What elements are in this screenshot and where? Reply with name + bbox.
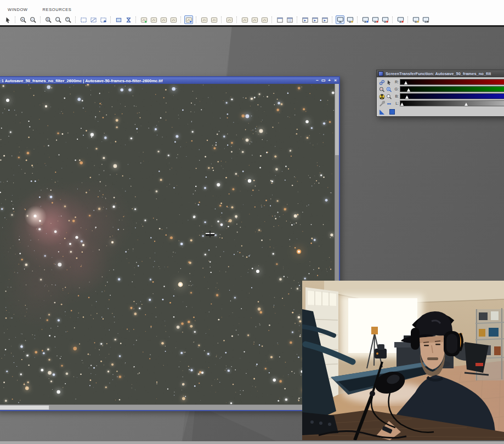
toolbar-separator [357,16,358,23]
stf-channel-label: R: [394,80,399,84]
toolbar-stf-next-button[interactable] [209,15,218,24]
webcam-scene [302,281,504,440]
horizontal-scrollbar[interactable] [0,405,339,410]
toolbar-readout-mode-button[interactable] [114,15,123,24]
toolbar-separator [271,16,273,23]
stf-midtone-handle[interactable] [400,103,404,106]
image-window-shade-button[interactable]: ▭ [321,78,325,83]
toolbar-screen-palette-button[interactable] [346,15,354,24]
toolbar-new-preview-button[interactable] [79,15,88,24]
toolbar-separator [236,16,237,23]
toolbar-zoom-optimal-button[interactable]: * [64,15,72,24]
stf-channel-label: B: [394,94,399,98]
toolbar-screen-record-button[interactable] [396,15,405,24]
starfield-image[interactable] [0,84,335,405]
stf-body: R:G:B:L: [377,77,504,116]
status-strip [0,441,504,444]
vertical-scrollbar-thumb[interactable] [335,84,339,155]
toolbar-divider [0,25,504,27]
toolbar-edit-preview-button[interactable] [89,15,98,24]
toolbar-screen-send-down-button[interactable] [361,15,370,24]
stf-midtone-handle[interactable] [404,81,407,84]
toolbar-screen-settings-button[interactable] [421,15,430,24]
toolbar-stf-previous-button[interactable] [200,15,208,24]
stf-midtone-handle[interactable] [407,88,410,92]
stf-channel-label: G: [394,87,399,91]
image-window-title: 1:1 Autosave_50_frames_no_filter_2600mc … [0,78,315,83]
menu-window[interactable]: WINDOW [8,7,28,12]
toolbar-separator [40,16,41,23]
toolbar-zoom-in-button[interactable]: + [19,15,27,24]
toolbar-center-image-button[interactable] [124,15,133,24]
stf-window-icon [378,71,383,76]
stf-edit-mode-pointer-button[interactable] [386,79,392,86]
toolbar-zoom-1-1-button[interactable]: 1 [44,15,53,24]
toolbar-zoom-to-fit-button[interactable] [54,15,63,24]
stf-channel-label: L: [394,101,399,105]
toolbar-stf-reset-button[interactable] [225,15,234,24]
toolbar-screen-default-button[interactable] [336,15,344,24]
toolbar-separator [180,16,182,23]
image-window: 1:1 Autosave_50_frames_no_filter_2600mc … [0,76,340,411]
toolbar-window-expand-button[interactable] [301,15,309,24]
toolbar-separator [297,16,298,23]
toolbar-stf-edit-button[interactable] [149,15,158,24]
stf-titlebar[interactable]: ScreenTransferFunction: Autosave_50_fram… [377,70,504,77]
stf-midtone-handle[interactable] [405,95,409,99]
toolbar-separator [221,16,222,23]
image-window-body [0,84,339,410]
stf-zoom-out-mode-button[interactable] [378,86,385,93]
workspace-background: 1:1 Autosave_50_frames_no_filter_2600mc … [0,27,504,444]
menu-resources[interactable]: RESOURCES [43,7,72,12]
toolbar-view-history-3-button[interactable] [260,15,269,24]
toolbar-stf-auto-stretch-button[interactable] [139,15,148,24]
toolbar-stf-copy-button[interactable] [169,15,178,24]
toolbar-screen-restore-button[interactable] [381,15,389,24]
stf-auto-stretch-button[interactable] [378,93,385,100]
stf-gradient-bar[interactable] [400,79,504,85]
stf-scroll-mode-button[interactable] [386,100,392,107]
image-window-iconize-button[interactable]: − [315,78,319,83]
horizontal-scrollbar-thumb[interactable] [0,405,49,410]
stf-readout-probe-button[interactable] [386,93,392,100]
toolbar-stf-enabled-button[interactable] [184,15,193,24]
image-window-titlebar[interactable]: 1:1 Autosave_50_frames_no_filter_2600mc … [0,77,339,84]
stf-channel-row-R: R: [394,79,504,85]
toolbar-screen-close-button[interactable] [371,15,380,24]
stf-blue-square-button[interactable] [389,109,395,115]
image-window-zoom-button[interactable]: + [327,78,331,83]
stf-edit-stf-parameters-button[interactable] [378,100,385,107]
stf-channel-row-B: B: [394,93,504,99]
stf-midtone-handle[interactable] [465,103,468,106]
menu-bar: WINDOW RESOURCES [0,0,504,14]
toolbar-separator [407,16,409,23]
toolbar-separator [75,16,76,23]
toolbar-screen-export-button[interactable] [411,15,420,24]
toolbar-separator [332,16,333,23]
svg-text:1: 1 [47,18,48,21]
stf-link-rgb-channels-button[interactable] [378,79,385,86]
toolbar-view-history-1-button[interactable] [240,15,249,24]
image-window-close-button[interactable]: × [333,78,337,83]
stf-zoom-in-mode-button[interactable] [386,86,392,93]
toolbar-separator [392,16,393,23]
stf-gradient-bar[interactable] [400,86,504,92]
toolbar-stf-clone-button[interactable] [159,15,168,24]
toolbar-view-history-2-button[interactable] [250,15,259,24]
toolbar-window-shrink-button[interactable] [310,15,319,24]
toolbar-separator [196,16,197,23]
image-window-controls: −▭+× [315,78,337,83]
toolbar-pointer-tool-button[interactable] [3,15,12,24]
toolbar-window-fit-button[interactable] [320,15,329,24]
toolbar-window-tile-button[interactable] [275,15,284,24]
stf-gradient-bar[interactable] [400,100,504,106]
webcam-overlay [302,281,504,440]
svg-text:-: - [32,18,33,21]
toolbar-window-cascade-button[interactable] [285,15,294,24]
toolbar-zoom-out-button[interactable]: - [29,15,37,24]
toolbar-select-preview-button[interactable] [99,15,107,24]
toolbar-separator [110,16,111,23]
stf-gradient-bar[interactable] [400,93,504,99]
stf-corner-triangle-button[interactable] [380,110,384,115]
toolbar: +-1* [0,14,504,25]
